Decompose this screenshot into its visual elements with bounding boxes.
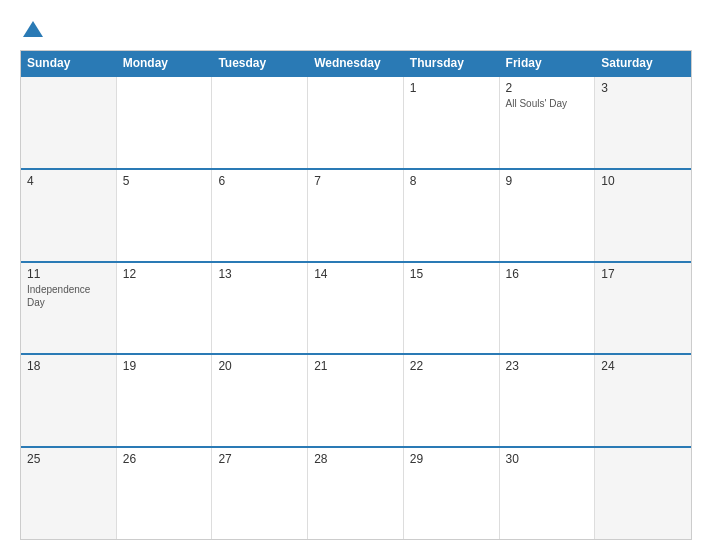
header-day-wednesday: Wednesday: [308, 51, 404, 75]
cal-cell: 25: [21, 448, 117, 539]
day-number: 12: [123, 267, 206, 281]
cal-cell: 24: [595, 355, 691, 446]
cal-cell: 30: [500, 448, 596, 539]
cal-cell: 19: [117, 355, 213, 446]
calendar-header: SundayMondayTuesdayWednesdayThursdayFrid…: [21, 51, 691, 75]
header-day-sunday: Sunday: [21, 51, 117, 75]
day-number: 18: [27, 359, 110, 373]
day-number: 23: [506, 359, 589, 373]
day-number: 24: [601, 359, 685, 373]
day-number: 16: [506, 267, 589, 281]
day-number: 14: [314, 267, 397, 281]
cal-cell: [308, 77, 404, 168]
day-number: 29: [410, 452, 493, 466]
cal-cell: 10: [595, 170, 691, 261]
day-number: 20: [218, 359, 301, 373]
week-2: 45678910: [21, 168, 691, 261]
cal-cell: 8: [404, 170, 500, 261]
cal-cell: 7: [308, 170, 404, 261]
cal-cell: 1: [404, 77, 500, 168]
cal-cell: 23: [500, 355, 596, 446]
cal-cell: 13: [212, 263, 308, 354]
cal-cell: 21: [308, 355, 404, 446]
svg-marker-0: [23, 21, 43, 37]
day-number: 1: [410, 81, 493, 95]
day-number: 5: [123, 174, 206, 188]
day-number: 13: [218, 267, 301, 281]
cal-cell: 11Independence Day: [21, 263, 117, 354]
day-number: 9: [506, 174, 589, 188]
cal-cell: 16: [500, 263, 596, 354]
day-number: 22: [410, 359, 493, 373]
day-number: 10: [601, 174, 685, 188]
header-day-monday: Monday: [117, 51, 213, 75]
holiday-label: All Souls' Day: [506, 97, 589, 110]
week-5: 252627282930: [21, 446, 691, 539]
day-number: 28: [314, 452, 397, 466]
cal-cell: 26: [117, 448, 213, 539]
day-number: 3: [601, 81, 685, 95]
cal-cell: [21, 77, 117, 168]
day-number: 8: [410, 174, 493, 188]
day-number: 26: [123, 452, 206, 466]
cal-cell: 28: [308, 448, 404, 539]
cal-cell: 17: [595, 263, 691, 354]
holiday-label: Independence Day: [27, 283, 110, 309]
day-number: 15: [410, 267, 493, 281]
day-number: 6: [218, 174, 301, 188]
logo-icon: [22, 18, 44, 40]
week-3: 11Independence Day121314151617: [21, 261, 691, 354]
day-number: 7: [314, 174, 397, 188]
header-day-saturday: Saturday: [595, 51, 691, 75]
cal-cell: 14: [308, 263, 404, 354]
week-1: 12All Souls' Day3: [21, 75, 691, 168]
day-number: 30: [506, 452, 589, 466]
header-day-friday: Friday: [500, 51, 596, 75]
cal-cell: 9: [500, 170, 596, 261]
cal-cell: 27: [212, 448, 308, 539]
calendar-body: 12All Souls' Day34567891011Independence …: [21, 75, 691, 539]
cal-cell: 20: [212, 355, 308, 446]
cal-cell: 2All Souls' Day: [500, 77, 596, 168]
logo: [20, 18, 44, 40]
cal-cell: 15: [404, 263, 500, 354]
header: [20, 18, 692, 40]
week-4: 18192021222324: [21, 353, 691, 446]
day-number: 2: [506, 81, 589, 95]
day-number: 11: [27, 267, 110, 281]
day-number: 17: [601, 267, 685, 281]
day-number: 4: [27, 174, 110, 188]
calendar: SundayMondayTuesdayWednesdayThursdayFrid…: [20, 50, 692, 540]
cal-cell: 18: [21, 355, 117, 446]
header-day-tuesday: Tuesday: [212, 51, 308, 75]
cal-cell: 4: [21, 170, 117, 261]
cal-cell: 3: [595, 77, 691, 168]
cal-cell: 6: [212, 170, 308, 261]
day-number: 21: [314, 359, 397, 373]
cal-cell: [117, 77, 213, 168]
page: SundayMondayTuesdayWednesdayThursdayFrid…: [0, 0, 712, 550]
cal-cell: [595, 448, 691, 539]
day-number: 19: [123, 359, 206, 373]
cal-cell: 12: [117, 263, 213, 354]
header-day-thursday: Thursday: [404, 51, 500, 75]
day-number: 27: [218, 452, 301, 466]
day-number: 25: [27, 452, 110, 466]
cal-cell: [212, 77, 308, 168]
cal-cell: 5: [117, 170, 213, 261]
cal-cell: 29: [404, 448, 500, 539]
cal-cell: 22: [404, 355, 500, 446]
